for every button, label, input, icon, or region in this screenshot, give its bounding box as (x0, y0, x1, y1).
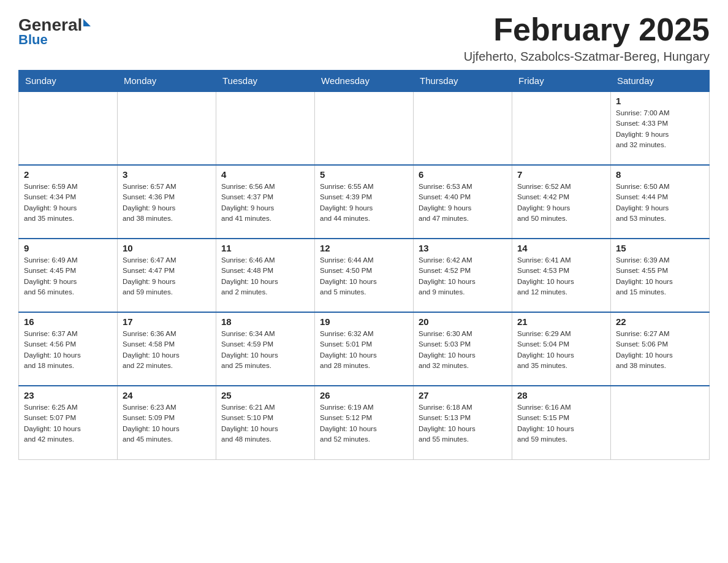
calendar-cell (118, 91, 216, 165)
calendar-header-wednesday: Wednesday (315, 71, 414, 92)
calendar-cell: 25Sunrise: 6:21 AM Sunset: 5:10 PM Dayli… (216, 386, 315, 459)
day-info: Sunrise: 6:46 AM Sunset: 4:48 PM Dayligh… (221, 255, 309, 297)
calendar-cell (315, 91, 414, 165)
month-title: February 2025 (464, 12, 710, 47)
calendar-cell: 22Sunrise: 6:27 AM Sunset: 5:06 PM Dayli… (611, 312, 710, 386)
day-info: Sunrise: 6:29 AM Sunset: 5:04 PM Dayligh… (517, 329, 605, 371)
day-info: Sunrise: 6:42 AM Sunset: 4:52 PM Dayligh… (419, 255, 507, 297)
calendar-cell (414, 91, 512, 165)
calendar-cell: 1Sunrise: 7:00 AM Sunset: 4:33 PM Daylig… (611, 91, 710, 165)
day-info: Sunrise: 6:44 AM Sunset: 4:50 PM Dayligh… (320, 255, 408, 297)
calendar-week-5: 23Sunrise: 6:25 AM Sunset: 5:07 PM Dayli… (19, 386, 710, 459)
calendar-cell: 13Sunrise: 6:42 AM Sunset: 4:52 PM Dayli… (414, 239, 512, 312)
day-number: 23 (24, 390, 112, 400)
day-info: Sunrise: 6:52 AM Sunset: 4:42 PM Dayligh… (517, 182, 605, 224)
day-number: 21 (517, 316, 605, 327)
day-number: 18 (221, 316, 309, 327)
calendar-header-sunday: Sunday (19, 71, 118, 92)
day-number: 3 (123, 169, 211, 180)
calendar-cell: 15Sunrise: 6:39 AM Sunset: 4:55 PM Dayli… (611, 239, 710, 312)
calendar-cell: 18Sunrise: 6:34 AM Sunset: 4:59 PM Dayli… (216, 312, 315, 386)
day-number: 19 (320, 316, 408, 327)
calendar-header-friday: Friday (512, 71, 611, 92)
calendar-cell: 27Sunrise: 6:18 AM Sunset: 5:13 PM Dayli… (414, 386, 512, 459)
calendar-cell: 2Sunrise: 6:59 AM Sunset: 4:34 PM Daylig… (19, 165, 118, 239)
calendar-week-3: 9Sunrise: 6:49 AM Sunset: 4:45 PM Daylig… (19, 239, 710, 312)
location-title: Ujfeherto, Szabolcs-Szatmar-Bereg, Hunga… (464, 50, 710, 64)
calendar-cell (19, 91, 118, 165)
calendar-cell: 23Sunrise: 6:25 AM Sunset: 5:07 PM Dayli… (19, 386, 118, 459)
calendar-cell (512, 91, 611, 165)
day-info: Sunrise: 6:36 AM Sunset: 4:58 PM Dayligh… (123, 329, 211, 371)
calendar-week-1: 1Sunrise: 7:00 AM Sunset: 4:33 PM Daylig… (19, 91, 710, 165)
calendar-cell: 24Sunrise: 6:23 AM Sunset: 5:09 PM Dayli… (118, 386, 216, 459)
day-info: Sunrise: 6:37 AM Sunset: 4:56 PM Dayligh… (24, 329, 112, 371)
day-number: 14 (517, 243, 605, 253)
day-info: Sunrise: 7:00 AM Sunset: 4:33 PM Dayligh… (616, 108, 704, 150)
day-info: Sunrise: 6:25 AM Sunset: 5:07 PM Dayligh… (24, 402, 112, 445)
calendar-cell: 8Sunrise: 6:50 AM Sunset: 4:44 PM Daylig… (611, 165, 710, 239)
day-number: 7 (517, 169, 605, 180)
calendar-header-saturday: Saturday (611, 71, 710, 92)
calendar-cell: 16Sunrise: 6:37 AM Sunset: 4:56 PM Dayli… (19, 312, 118, 386)
day-info: Sunrise: 6:50 AM Sunset: 4:44 PM Dayligh… (616, 182, 704, 224)
day-number: 28 (517, 390, 605, 400)
calendar-header-monday: Monday (118, 71, 216, 92)
day-number: 27 (419, 390, 507, 400)
calendar-cell: 5Sunrise: 6:55 AM Sunset: 4:39 PM Daylig… (315, 165, 414, 239)
day-info: Sunrise: 6:18 AM Sunset: 5:13 PM Dayligh… (419, 402, 507, 445)
calendar-cell: 12Sunrise: 6:44 AM Sunset: 4:50 PM Dayli… (315, 239, 414, 312)
day-info: Sunrise: 6:39 AM Sunset: 4:55 PM Dayligh… (616, 255, 704, 297)
day-number: 8 (616, 169, 704, 180)
day-number: 11 (221, 243, 309, 253)
day-info: Sunrise: 6:56 AM Sunset: 4:37 PM Dayligh… (221, 182, 309, 224)
calendar-cell: 14Sunrise: 6:41 AM Sunset: 4:53 PM Dayli… (512, 239, 611, 312)
day-info: Sunrise: 6:41 AM Sunset: 4:53 PM Dayligh… (517, 255, 605, 297)
day-number: 22 (616, 316, 704, 327)
calendar-cell: 11Sunrise: 6:46 AM Sunset: 4:48 PM Dayli… (216, 239, 315, 312)
day-number: 24 (123, 390, 211, 400)
calendar-cell: 10Sunrise: 6:47 AM Sunset: 4:47 PM Dayli… (118, 239, 216, 312)
logo-blue-text: Blue (18, 32, 48, 48)
logo-triangle-icon (83, 19, 91, 26)
calendar-cell: 28Sunrise: 6:16 AM Sunset: 5:15 PM Dayli… (512, 386, 611, 459)
day-number: 5 (320, 169, 408, 180)
title-section: February 2025 Ujfeherto, Szabolcs-Szatma… (464, 12, 710, 64)
calendar-week-4: 16Sunrise: 6:37 AM Sunset: 4:56 PM Dayli… (19, 312, 710, 386)
calendar-cell (216, 91, 315, 165)
page-header: General Blue February 2025 Ujfeherto, Sz… (18, 12, 710, 64)
day-info: Sunrise: 6:47 AM Sunset: 4:47 PM Dayligh… (123, 255, 211, 297)
day-info: Sunrise: 6:19 AM Sunset: 5:12 PM Dayligh… (320, 402, 408, 445)
day-number: 17 (123, 316, 211, 327)
calendar-cell: 17Sunrise: 6:36 AM Sunset: 4:58 PM Dayli… (118, 312, 216, 386)
day-info: Sunrise: 6:23 AM Sunset: 5:09 PM Dayligh… (123, 402, 211, 445)
calendar-cell: 21Sunrise: 6:29 AM Sunset: 5:04 PM Dayli… (512, 312, 611, 386)
day-info: Sunrise: 6:49 AM Sunset: 4:45 PM Dayligh… (24, 255, 112, 297)
day-info: Sunrise: 6:53 AM Sunset: 4:40 PM Dayligh… (419, 182, 507, 224)
day-number: 20 (419, 316, 507, 327)
day-info: Sunrise: 6:57 AM Sunset: 4:36 PM Dayligh… (123, 182, 211, 224)
day-info: Sunrise: 6:34 AM Sunset: 4:59 PM Dayligh… (221, 329, 309, 371)
day-number: 26 (320, 390, 408, 400)
calendar-table: SundayMondayTuesdayWednesdayThursdayFrid… (18, 70, 710, 460)
day-number: 16 (24, 316, 112, 327)
calendar-header-row: SundayMondayTuesdayWednesdayThursdayFrid… (19, 71, 710, 92)
calendar-cell: 20Sunrise: 6:30 AM Sunset: 5:03 PM Dayli… (414, 312, 512, 386)
calendar-cell: 6Sunrise: 6:53 AM Sunset: 4:40 PM Daylig… (414, 165, 512, 239)
day-info: Sunrise: 6:30 AM Sunset: 5:03 PM Dayligh… (419, 329, 507, 371)
day-number: 6 (419, 169, 507, 180)
calendar-header-thursday: Thursday (414, 71, 512, 92)
day-number: 13 (419, 243, 507, 253)
day-number: 25 (221, 390, 309, 400)
day-number: 12 (320, 243, 408, 253)
day-number: 9 (24, 243, 112, 253)
calendar-cell: 4Sunrise: 6:56 AM Sunset: 4:37 PM Daylig… (216, 165, 315, 239)
calendar-cell (611, 386, 710, 459)
day-info: Sunrise: 6:55 AM Sunset: 4:39 PM Dayligh… (320, 182, 408, 224)
day-info: Sunrise: 6:27 AM Sunset: 5:06 PM Dayligh… (616, 329, 704, 371)
day-info: Sunrise: 6:21 AM Sunset: 5:10 PM Dayligh… (221, 402, 309, 445)
calendar-cell: 19Sunrise: 6:32 AM Sunset: 5:01 PM Dayli… (315, 312, 414, 386)
day-info: Sunrise: 6:16 AM Sunset: 5:15 PM Dayligh… (517, 402, 605, 445)
calendar-cell: 7Sunrise: 6:52 AM Sunset: 4:42 PM Daylig… (512, 165, 611, 239)
calendar-header-tuesday: Tuesday (216, 71, 315, 92)
